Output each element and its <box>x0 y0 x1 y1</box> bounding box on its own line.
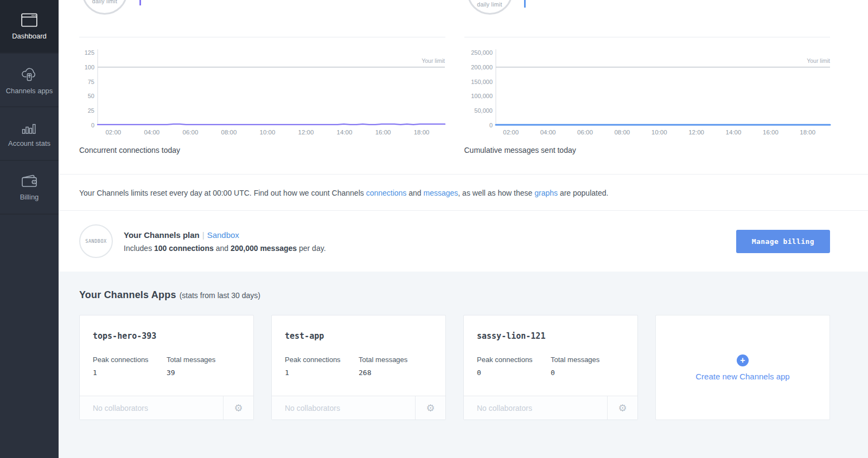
sidebar-item-label: Dashboard <box>12 32 47 40</box>
plan-text: Your Channels plan|Sandbox Includes 100 … <box>124 230 736 253</box>
app-card: test-app Peak connections 1 Total messag… <box>271 315 446 420</box>
plan-title-prefix: Your Channels plan <box>124 230 200 240</box>
svg-text:06:00: 06:00 <box>577 129 593 136</box>
plan-name-link[interactable]: Sandbox <box>207 230 239 240</box>
peak-connections-label: Peak connections <box>477 356 551 364</box>
create-new-channels-app-card[interactable]: +Create new Channels app <box>655 315 830 420</box>
app-card: tops-hero-393 Peak connections 1 Total m… <box>79 315 254 420</box>
messages-chart-title: Cumulative messages sent today <box>464 146 831 154</box>
wallet-icon <box>21 173 38 188</box>
note-text: Your Channels limits reset every day at … <box>79 189 366 197</box>
create-new-channels-app-label: Create new Channels app <box>695 372 789 381</box>
total-messages-value: 0 <box>551 369 624 377</box>
app-settings-gear-icon[interactable]: ⚙ <box>607 396 637 420</box>
total-messages-value: 39 <box>167 369 240 377</box>
app-settings-gear-icon[interactable]: ⚙ <box>415 396 445 420</box>
chart-accent-bar <box>139 0 141 5</box>
apps-section-heading: Your Channels Apps(stats from last 30 da… <box>79 289 830 301</box>
messages-chart: 250,000200,000150,000100,00050,0000Your … <box>464 46 831 144</box>
svg-text:04:00: 04:00 <box>540 129 556 136</box>
sidebar-item-channels-apps[interactable]: Channels apps <box>0 54 59 107</box>
total-messages-value: 268 <box>359 369 432 377</box>
apps-heading-text: Your Channels Apps <box>79 289 176 300</box>
plan-section: SANDBOX Your Channels plan|Sandbox Inclu… <box>59 211 868 272</box>
svg-text:16:00: 16:00 <box>763 129 778 136</box>
manage-billing-button[interactable]: Manage billing <box>736 230 830 253</box>
app-card-footer: No collaborators ⚙ <box>272 396 445 420</box>
sidebar-item-label: Billing <box>20 193 39 201</box>
plan-title: Your Channels plan|Sandbox <box>124 230 736 240</box>
svg-text:08:00: 08:00 <box>221 129 237 136</box>
svg-text:100: 100 <box>85 64 94 70</box>
main-content: daily limit 1251007550250Your limit02:00… <box>59 0 868 458</box>
peak-connections-label: Peak connections <box>93 356 167 364</box>
plan-badge: SANDBOX <box>79 224 113 258</box>
messages-chart-column: daily limit 250,000200,000150,000100,000… <box>464 0 831 174</box>
peak-connections-value: 0 <box>477 369 551 377</box>
sidebar: Dashboard Channels apps Account stats Bi… <box>0 0 59 458</box>
app-name-link[interactable]: sassy-lion-121 <box>477 331 624 341</box>
graphs-link[interactable]: graphs <box>534 189 558 197</box>
plan-includes-mid: and <box>214 244 231 253</box>
note-text: are populated. <box>558 189 608 197</box>
svg-text:18:00: 18:00 <box>800 129 815 136</box>
svg-text:125: 125 <box>85 49 94 56</box>
svg-text:50: 50 <box>88 93 94 99</box>
plan-connections-limit: 100 connections <box>154 244 214 253</box>
messages-link[interactable]: messages <box>424 189 458 197</box>
svg-text:10:00: 10:00 <box>260 129 276 136</box>
svg-text:08:00: 08:00 <box>614 129 630 136</box>
connections-link[interactable]: connections <box>366 189 407 197</box>
app-name-link[interactable]: tops-hero-393 <box>93 331 240 341</box>
svg-text:14:00: 14:00 <box>337 129 353 136</box>
svg-text:06:00: 06:00 <box>183 129 199 136</box>
svg-text:04:00: 04:00 <box>144 129 159 136</box>
browser-window-icon <box>21 13 37 27</box>
sidebar-item-account-stats[interactable]: Account stats <box>0 107 59 161</box>
svg-text:0: 0 <box>91 122 94 128</box>
daily-limit-gauge-label: daily limit <box>460 1 520 8</box>
plus-circle-icon: + <box>737 354 749 366</box>
svg-text:100,000: 100,000 <box>471 93 493 99</box>
total-messages-label: Total messages <box>359 356 432 364</box>
total-messages-label: Total messages <box>551 356 624 364</box>
svg-text:12:00: 12:00 <box>298 129 314 136</box>
collaborators-status: No collaborators <box>464 404 607 412</box>
app-card-footer: No collaborators ⚙ <box>80 396 253 420</box>
total-messages-label: Total messages <box>167 356 240 364</box>
app-cards-row: tops-hero-393 Peak connections 1 Total m… <box>79 315 830 420</box>
svg-text:75: 75 <box>88 79 94 85</box>
svg-text:150,000: 150,000 <box>471 79 493 85</box>
peak-connections-value: 1 <box>285 369 359 377</box>
svg-text:02:00: 02:00 <box>503 129 519 136</box>
svg-text:12:00: 12:00 <box>688 129 704 136</box>
apps-heading-note: (stats from last 30 days) <box>180 291 260 300</box>
collaborators-status: No collaborators <box>80 404 223 412</box>
svg-text:200,000: 200,000 <box>471 64 493 70</box>
connections-gauge-strip: daily limit <box>79 0 445 37</box>
bar-chart-icon <box>21 120 37 134</box>
sidebar-item-label: Account stats <box>8 139 50 147</box>
svg-text:Your limit: Your limit <box>422 57 445 64</box>
note-text: and <box>406 189 423 197</box>
app-settings-gear-icon[interactable]: ⚙ <box>223 396 253 420</box>
usage-charts-section: daily limit 1251007550250Your limit02:00… <box>59 0 868 175</box>
connections-chart-column: daily limit 1251007550250Your limit02:00… <box>79 0 445 174</box>
sidebar-item-billing[interactable]: Billing <box>0 161 59 215</box>
svg-text:10:00: 10:00 <box>651 129 667 136</box>
svg-text:02:00: 02:00 <box>105 129 121 136</box>
app-card: sassy-lion-121 Peak connections 0 Total … <box>463 315 638 420</box>
peak-connections-label: Peak connections <box>285 356 359 364</box>
svg-text:18:00: 18:00 <box>414 129 430 136</box>
sidebar-item-dashboard[interactable]: Dashboard <box>0 0 59 54</box>
svg-text:16:00: 16:00 <box>375 129 391 136</box>
limits-note: Your Channels limits reset every day at … <box>59 175 868 211</box>
plan-messages-limit: 200,000 messages <box>231 244 297 253</box>
chart-accent-bar <box>524 0 526 8</box>
app-name-link[interactable]: test-app <box>285 331 432 341</box>
svg-text:250,000: 250,000 <box>471 49 493 56</box>
plan-title-separator: | <box>202 230 205 240</box>
plan-includes-suffix: per day. <box>297 244 326 253</box>
messages-gauge-strip: daily limit <box>464 0 831 37</box>
peak-connections-value: 1 <box>93 369 167 377</box>
